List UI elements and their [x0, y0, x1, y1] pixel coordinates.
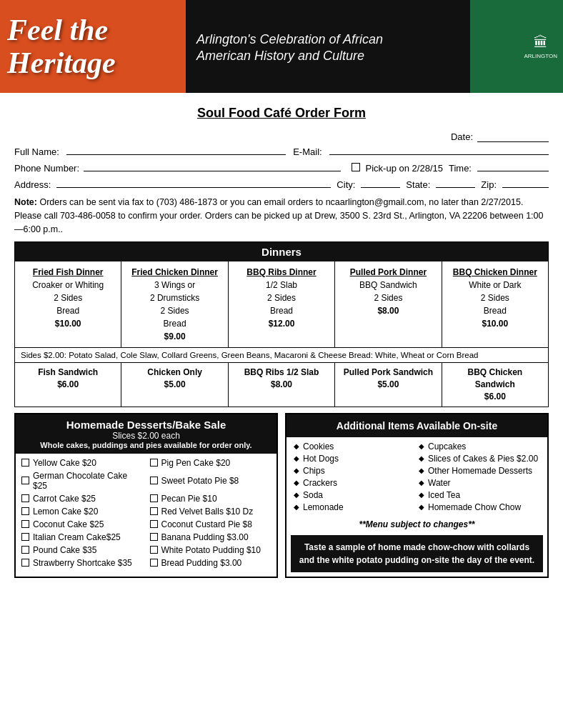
dessert-label: Yellow Cake $20	[33, 458, 96, 468]
dessert-checkbox[interactable]	[21, 494, 29, 502]
dinner-detail: BBQ Sandwich	[359, 280, 417, 290]
dessert-checkbox[interactable]	[150, 520, 158, 528]
city-field[interactable]	[361, 187, 400, 188]
dessert-item: Italian Cream Cake$25	[21, 532, 143, 542]
pickup-label: Pick-up on 2/28/15	[366, 163, 443, 174]
desserts-box: Homemade Desserts/Bake Sale Slices $2.00…	[14, 413, 278, 578]
dessert-checkbox[interactable]	[150, 459, 158, 467]
additional-item: ◆Other Homemade Desserts	[419, 466, 540, 476]
dinner-name: Fried Fish Dinner	[21, 266, 115, 279]
arlington-icon: 🏛	[524, 34, 557, 51]
pickup-checkbox[interactable]	[352, 163, 360, 171]
additional-item: ◆Lemonade	[294, 502, 415, 512]
dessert-label: Strawberry Shortcake $35	[33, 558, 132, 568]
additional-item: ◆Cupcakes	[419, 442, 540, 452]
dinner-price: $9.00	[164, 331, 186, 341]
dessert-checkbox[interactable]	[21, 520, 29, 528]
bullet-icon: ◆	[419, 442, 424, 450]
dessert-checkbox[interactable]	[21, 546, 29, 554]
dinners-items: Fried Fish DinnerCroaker or Whiting2 Sid…	[15, 261, 548, 348]
dessert-checkbox[interactable]	[21, 459, 29, 467]
bullet-icon: ◆	[294, 467, 299, 474]
additional-label: Other Homemade Desserts	[428, 466, 532, 476]
desserts-row: Lemon Cake $20Red Velvet Balls $10 Dz	[21, 507, 271, 517]
dinner-price: $12.00	[269, 319, 295, 329]
dinner-name: Fried Chicken Dinner	[127, 266, 221, 279]
dinner-item: BBQ Ribs Dinner1/2 Slab2 SidesBread$12.0…	[229, 261, 335, 347]
phone-field[interactable]	[84, 171, 341, 171]
dessert-item: Lemon Cake $20	[21, 507, 143, 517]
zip-field[interactable]	[502, 187, 549, 188]
dinner-detail: 2 Sides	[374, 293, 402, 303]
dinner-detail: 2 Sides	[161, 306, 189, 316]
bullet-icon: ◆	[419, 479, 424, 487]
additional-row: ◆Chips◆Other Homemade Desserts	[294, 466, 540, 476]
dessert-item: Pound Cake $35	[21, 545, 143, 555]
dessert-label: Pecan Pie $10	[161, 494, 217, 504]
additional-label: Water	[428, 478, 451, 488]
sandwich-price: $5.00	[377, 379, 399, 389]
time-label: Time:	[449, 163, 472, 174]
dessert-item: White Potato Pudding $10	[150, 545, 271, 555]
additional-label: Iced Tea	[428, 490, 460, 500]
sandwich-item: Pulled Pork Sandwich$5.00	[335, 363, 442, 406]
sandwich-item: Chicken Only$5.00	[121, 363, 228, 406]
dessert-item: Yellow Cake $20	[21, 458, 143, 468]
dinner-item: Fried Chicken Dinner3 Wings or2 Drumstic…	[121, 261, 228, 347]
bullet-icon: ◆	[294, 491, 299, 499]
sandwich-price: $8.00	[271, 379, 292, 389]
sandwich-name: Pulled Pork Sandwich	[344, 367, 433, 377]
email-field[interactable]	[329, 154, 549, 155]
bullet-icon: ◆	[419, 454, 424, 462]
dinner-detail: Bread	[56, 306, 79, 316]
dessert-checkbox[interactable]	[150, 559, 158, 567]
dessert-checkbox[interactable]	[150, 507, 158, 515]
dessert-checkbox[interactable]	[21, 507, 29, 515]
bullet-icon: ◆	[294, 454, 299, 462]
address-field[interactable]	[56, 187, 331, 188]
dessert-item: Pecan Pie $10	[150, 494, 271, 504]
dessert-checkbox[interactable]	[150, 477, 158, 484]
sandwich-name: BBQ Chicken Sandwich	[467, 367, 522, 389]
time-field[interactable]	[477, 171, 549, 171]
state-field[interactable]	[436, 187, 475, 188]
desserts-row: Strawberry Shortcake $35Bread Pudding $3…	[21, 558, 271, 568]
dessert-checkbox[interactable]	[150, 546, 158, 554]
arlington-logo: 🏛 ARLINGTON	[524, 34, 557, 60]
desserts-row: Italian Cream Cake$25Banana Pudding $3.0…	[21, 532, 271, 542]
dessert-label: Sweet Potato Pie $8	[161, 476, 239, 486]
dessert-label: Italian Cream Cake$25	[33, 532, 121, 542]
additional-items: ◆Cookies◆Cupcakes◆Hot Dogs◆Slices of Cak…	[287, 437, 547, 517]
email-label: E-Mail:	[293, 146, 322, 157]
dinner-detail: 2 Sides	[481, 293, 509, 303]
additional-item: ◆Slices of Cakes & Pies $2.00	[419, 454, 540, 464]
sandwich-name: Chicken Only	[147, 367, 202, 377]
dinner-item: Pulled Pork DinnerBBQ Sandwich2 Sides$8.…	[335, 261, 442, 347]
city-label: City:	[337, 179, 355, 190]
additional-box: Additional Items Available On-site ◆Cook…	[285, 413, 549, 578]
header-subtitle-line1: Arlington's Celebration of African Ameri…	[196, 31, 459, 65]
dinner-detail: 2 Sides	[54, 293, 82, 303]
dinner-item: BBQ Chicken DinnerWhite or Dark2 SidesBr…	[442, 261, 548, 347]
dessert-checkbox[interactable]	[150, 494, 158, 502]
additional-item: ◆Chips	[294, 466, 415, 476]
date-field[interactable]	[477, 131, 549, 142]
dinner-name: Pulled Pork Dinner	[341, 266, 435, 279]
additional-item: ◆Hot Dogs	[294, 454, 415, 464]
header-green-panel: 🏛 ARLINGTON	[470, 0, 563, 93]
dessert-checkbox[interactable]	[21, 559, 29, 567]
dessert-checkbox[interactable]	[21, 477, 29, 484]
additional-label: Soda	[303, 490, 323, 500]
desserts-note: Whole cakes, puddings and pies available…	[21, 441, 271, 449]
fullname-field[interactable]	[66, 154, 286, 155]
date-label: Date:	[451, 131, 473, 142]
additional-item: ◆Cookies	[294, 442, 415, 452]
dessert-checkbox[interactable]	[150, 533, 158, 541]
header-black-panel: Arlington's Celebration of African Ameri…	[186, 0, 470, 93]
dinner-detail: 3 Wings or	[154, 280, 195, 290]
additional-item: ◆Iced Tea	[419, 490, 540, 500]
dessert-label: Bread Pudding $3.00	[161, 558, 242, 568]
note-label: Note:	[14, 197, 37, 207]
dessert-checkbox[interactable]	[21, 533, 29, 541]
additional-label: Hot Dogs	[303, 454, 339, 464]
